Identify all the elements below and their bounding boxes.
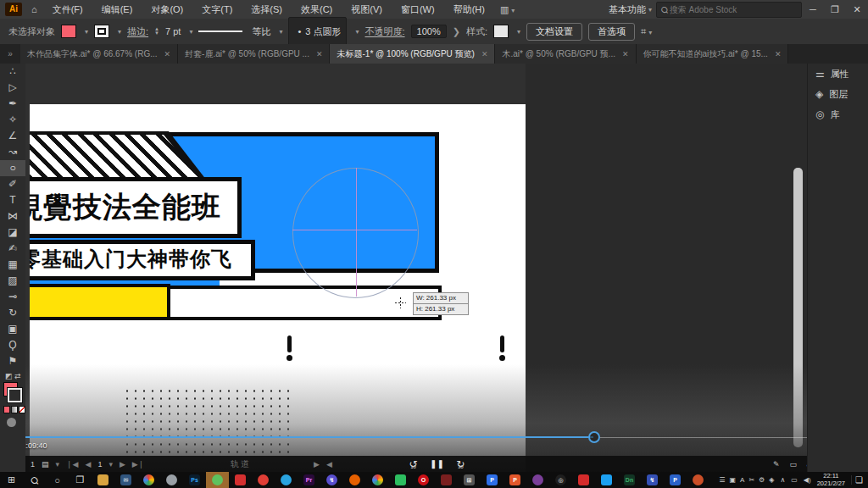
layout-switcher-icon[interactable]: ▥▾ (494, 4, 520, 15)
taskbar-app-red-square-app[interactable] (572, 472, 595, 488)
taskbar-app-p-blue-app-2[interactable]: P (664, 472, 687, 488)
menu-文字T[interactable]: 文字(T) (192, 0, 242, 19)
display-icon[interactable]: ▭ (790, 460, 798, 469)
taskbar-app-dimension[interactable]: Dn (618, 472, 641, 488)
stroke-weight-value[interactable]: 7 pt (165, 26, 181, 36)
profile-dropdown-icon[interactable]: ▾ (279, 28, 282, 36)
tray-volume-icon[interactable]: ◀) (804, 476, 811, 484)
tab-overflow-icon[interactable]: » (0, 44, 20, 64)
gradient-mode-icon[interactable] (11, 406, 18, 413)
isolate-icon[interactable]: ⌗▾ (641, 26, 652, 37)
tray-icon-5[interactable]: ⚙ (759, 476, 765, 484)
volume-dropdown-icon[interactable]: ▾ (55, 460, 59, 469)
line-segment-tool-icon[interactable]: ∠ (0, 128, 25, 144)
minimize-button[interactable]: ─ (802, 0, 824, 19)
menu-效果C[interactable]: 效果(C) (292, 0, 342, 19)
fill-dropdown-icon[interactable]: ▾ (85, 28, 88, 36)
flag-tool-icon[interactable]: ⚑ (0, 353, 25, 369)
taskbar-app-browser-colorful[interactable] (137, 472, 160, 488)
panel-tab-libraries[interactable]: ◎库 (808, 104, 868, 125)
brush-select[interactable]: •3 点圆形 (288, 17, 347, 46)
perspective-grid-tool-icon[interactable]: ▦ (0, 257, 25, 273)
stroke-link[interactable]: 描边: (127, 25, 148, 38)
previous-file-icon[interactable]: ❘◀ (66, 460, 78, 469)
curvature-tool-icon[interactable]: ↝ (0, 144, 25, 160)
direct-selection-tool-icon[interactable]: ▷ (0, 80, 25, 96)
menu-帮助H[interactable]: 帮助(H) (444, 0, 494, 19)
tray-expand-icon[interactable]: ∧ (780, 476, 785, 484)
magic-wand-tool-icon[interactable]: ✧ (0, 112, 25, 128)
taskbar-app-wechat[interactable] (206, 472, 229, 488)
reflect-tool-icon[interactable]: ⋈ (0, 208, 25, 225)
stroke-color-swatch[interactable] (94, 25, 109, 38)
ab-repeat-end-icon[interactable]: ◀ (326, 460, 332, 469)
vertical-scrollbar[interactable] (793, 168, 803, 447)
network-icon[interactable]: ▭ (791, 476, 798, 484)
stroke-stepper[interactable]: ▲▼ (154, 27, 159, 36)
search-input[interactable] (668, 4, 782, 15)
taskbar-app-purple-circle-app[interactable] (526, 472, 549, 488)
taskbar-app-netease-red[interactable] (229, 472, 252, 488)
taskbar-app-photoshop[interactable]: Ps (183, 472, 206, 488)
document-tab-5[interactable]: 你可能不知道的ai技巧.ai* @ 15...✕ (637, 44, 789, 64)
eyedropper-tool-icon[interactable]: ⊸ (0, 289, 25, 305)
opacity-link[interactable]: 不透明度: (365, 25, 405, 38)
skip-back-10-icon[interactable]: ↺10 (407, 458, 420, 470)
eraser-tool-icon[interactable]: ◪ (0, 225, 25, 241)
menu-视图V[interactable]: 视图(V) (342, 0, 392, 19)
pause-icon[interactable]: ❚❚ (430, 459, 444, 469)
taskbar-clock[interactable]: 22:112021/2/27 (817, 473, 845, 487)
stroke-color-box[interactable] (8, 388, 22, 402)
taskbar-app-opera[interactable]: O (412, 472, 435, 488)
speed-value[interactable]: 1 (97, 460, 102, 469)
taskbar-app-mail[interactable]: ✉ (114, 472, 137, 488)
menu-文件F[interactable]: 文件(F) (43, 0, 92, 19)
opacity-expand-icon[interactable]: ❯ (453, 26, 460, 37)
stroke-dropdown-icon[interactable]: ▾ (118, 28, 121, 36)
taskbar-app-obs[interactable]: ◎ (549, 472, 572, 488)
tab-close-icon[interactable]: ✕ (316, 50, 323, 58)
task-view-icon[interactable]: ❐ (69, 474, 92, 485)
menu-编辑E[interactable]: 编辑(E) (92, 0, 142, 19)
pen-tool-icon[interactable]: ✒ (0, 96, 25, 112)
taskbar-app-evernote[interactable] (389, 472, 412, 488)
home-icon[interactable]: ⌂ (25, 4, 43, 14)
shaper-tool-icon[interactable]: ✍ (0, 241, 25, 257)
artboard[interactable]: 視覺技法全能班 零基础入门大神带你飞 W: 261.33 px H: 261.3… (30, 104, 526, 472)
action-center-icon[interactable]: ❏ (851, 475, 863, 485)
opacity-value[interactable]: 100% (411, 25, 447, 38)
fill-stroke-indicator[interactable] (3, 382, 22, 402)
tray-icon-1[interactable]: ☰ (719, 476, 725, 484)
document-setup-button[interactable]: 文档设置 (526, 23, 582, 41)
profile-label[interactable]: 等比 (252, 25, 270, 38)
shape-builder-tool-icon[interactable]: ∴ (0, 64, 25, 80)
type-tool-icon[interactable]: T (0, 192, 25, 208)
progress-handle[interactable] (588, 431, 600, 443)
speed-dropdown-icon[interactable]: ▾ (108, 460, 113, 469)
tab-close-icon[interactable]: ✕ (775, 50, 782, 58)
skip-forward-30-icon[interactable]: ↻30 (454, 458, 467, 470)
menu-选择S[interactable]: 选择(S) (242, 0, 292, 19)
brush-dropdown-icon[interactable]: ▾ (355, 28, 359, 36)
menu-对象O[interactable]: 对象(O) (142, 0, 192, 19)
taskbar-app-file-explorer[interactable] (92, 472, 114, 488)
swap-fill-stroke-icon[interactable]: ◩ ⇄ (5, 372, 25, 380)
artboard-tool-icon[interactable]: ▣ (0, 321, 25, 337)
taskbar-app-premiere[interactable]: Pr (298, 472, 320, 488)
menu-窗口W[interactable]: 窗口(W) (392, 0, 444, 19)
fill-color-swatch[interactable] (61, 25, 76, 38)
style-swatch[interactable] (493, 25, 509, 38)
drawing-mode-icon[interactable] (7, 418, 16, 427)
screen-capture-icon[interactable]: ▤ (42, 460, 49, 469)
taskbar-search-icon[interactable]: Ϙ (23, 469, 47, 488)
tray-icon-3[interactable]: A (740, 476, 744, 484)
next-file-icon[interactable]: ▶❘ (132, 460, 144, 469)
edit-pencil-icon[interactable]: ✎ (773, 460, 780, 469)
taskbar-app-firefox[interactable] (343, 472, 366, 488)
ellipse-tool-icon[interactable]: ○ (0, 160, 25, 176)
cortana-icon[interactable]: ○ (46, 475, 69, 485)
stroke-weight-dropdown-icon[interactable]: ▾ (189, 28, 192, 36)
stock-search[interactable]: Ϙ (656, 2, 802, 18)
taskbar-app-chrome[interactable] (366, 472, 389, 488)
zoom-tool-icon[interactable]: Ϙ (0, 337, 25, 353)
